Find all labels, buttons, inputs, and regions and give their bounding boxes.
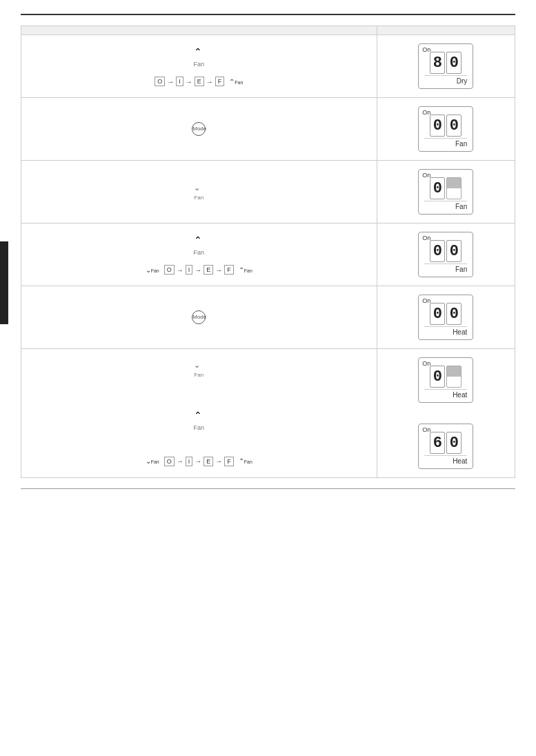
seq-item: F — [224, 457, 234, 466]
seq-item: F — [215, 77, 225, 86]
on-label: On — [422, 172, 430, 179]
digit-1: 0 — [430, 303, 445, 325]
digit-row: 8 0 — [424, 52, 467, 74]
mode-label-heat: Heat — [424, 389, 467, 399]
seq-arrow: → — [167, 78, 174, 86]
fan-up3-icon: ⌃Fan — [194, 410, 205, 432]
fan-icon-small: ⌃Fan — [229, 78, 243, 86]
table-row: ⌃Fan O → I → E → F ⌃Fan — [21, 35, 515, 98]
row4-left: ⌃Fan ⌄Fan O → I → E → F ⌃Fan — [21, 223, 377, 286]
side-tab — [0, 241, 8, 324]
on-label: On — [422, 360, 430, 367]
display-heat2: On 0 Heat — [418, 357, 473, 403]
row6-left: ⌄Fan ⌃Fan ⌄Fan O → I → E → — [21, 349, 377, 478]
seq-item: O — [155, 77, 165, 86]
row6-right: On 0 Heat On 6 0 Heat — [377, 349, 515, 478]
display-heat3: On 6 0 Heat — [418, 424, 473, 469]
seq-arrow: → — [195, 457, 201, 465]
fan-up2-icon: ⌃Fan — [194, 235, 205, 257]
fan-up-icon: ⌃Fan — [194, 46, 205, 68]
row3-right: On 0 Fan — [377, 161, 515, 223]
on-label: On — [422, 426, 430, 433]
seq-arrow: → — [186, 78, 192, 86]
table-row: ⌄Fan On 0 Fan — [21, 161, 515, 223]
seq-item: I — [186, 457, 193, 466]
digit-row: 0 0 — [424, 240, 467, 262]
row1-right: On 8 0 Dry — [377, 35, 515, 98]
table-row: ⌃Fan ⌄Fan O → I → E → F ⌃Fan — [21, 223, 515, 286]
table-row: ⌄Fan ⌃Fan ⌄Fan O → I → E → — [21, 349, 515, 478]
digit-1: 6 — [430, 432, 445, 454]
digit-row: 6 0 — [424, 432, 467, 454]
seq-arrow: → — [206, 78, 213, 86]
mode-label-fan: Fan — [424, 201, 467, 210]
digit-2: 0 — [446, 115, 461, 137]
row3-left: ⌄Fan — [21, 161, 377, 223]
mode-label-dry: Dry — [424, 75, 467, 85]
sequence-row6: ⌄Fan O → I → E → F ⌃Fan — [146, 457, 252, 466]
bottom-divider — [21, 488, 515, 489]
seq-arrow: → — [215, 457, 222, 465]
fan-down2-icon-row: ⌄Fan — [194, 361, 204, 378]
top-divider — [21, 14, 515, 15]
main-table: ⌃Fan O → I → E → F ⌃Fan — [21, 26, 515, 478]
seq-item: E — [204, 457, 213, 466]
seq-arrow: → — [215, 266, 222, 274]
table-row: Mode On 0 0 Fan — [21, 98, 515, 161]
sequence-row4: ⌄Fan O → I → E → F ⌃Fan — [146, 265, 252, 275]
row2-right: On 0 0 Fan — [377, 98, 515, 161]
fan-down-icon-row: ⌄Fan — [194, 183, 204, 201]
seq-item: F — [224, 265, 234, 275]
digit-1: 0 — [430, 240, 445, 262]
digit-2-half — [446, 177, 461, 199]
mode-icon: Mode — [192, 122, 206, 136]
fan-icon-small3: ⌃Fan — [239, 457, 252, 465]
on-label: On — [422, 46, 430, 53]
seq-item: I — [186, 265, 193, 275]
display-fan3: On 0 0 Fan — [418, 232, 473, 277]
row1-left: ⌃Fan O → I → E → F ⌃Fan — [21, 35, 377, 98]
fan-up3-icon-row: ⌃Fan — [194, 410, 205, 432]
display-dry: On 8 0 Dry — [418, 43, 473, 89]
sequence-row1: O → I → E → F ⌃Fan — [155, 77, 243, 86]
mode-icon-row: Mode — [192, 122, 206, 136]
digit-2: 0 — [446, 432, 461, 454]
digit-2: 0 — [446, 303, 461, 325]
seq-arrow: → — [177, 457, 183, 465]
digit-2-half2 — [446, 366, 461, 388]
fan-icon-small2: ⌃Fan — [239, 266, 252, 274]
seq-item: E — [195, 77, 204, 86]
table-row: Mode On 0 0 Heat — [21, 286, 515, 349]
digit-1: 0 — [430, 177, 445, 199]
row5-left: Mode — [21, 286, 377, 349]
digit-2: 0 — [446, 240, 461, 262]
fan-down-seq2-icon: ⌄Fan — [146, 457, 159, 465]
col2-header — [377, 26, 515, 35]
seq-arrow: → — [195, 266, 201, 274]
seq-arrow: → — [177, 266, 183, 274]
display-heat1: On 0 0 Heat — [418, 295, 473, 340]
digit-row: 0 — [424, 366, 467, 388]
seq-item: I — [176, 77, 183, 86]
fan-down-seq-icon: ⌄Fan — [146, 266, 159, 274]
mode-label-fan: Fan — [424, 263, 467, 273]
mode-label-heat: Heat — [424, 455, 467, 465]
fan-down-icon: ⌄Fan — [194, 183, 204, 201]
on-label: On — [422, 109, 430, 116]
digit-row: 0 0 — [424, 115, 467, 137]
col1-header — [21, 26, 377, 35]
on-label: On — [422, 297, 430, 304]
row4-right: On 0 0 Fan — [377, 223, 515, 286]
mode-label-fan: Fan — [424, 138, 467, 148]
row5-right: On 0 0 Heat — [377, 286, 515, 349]
digit-1: 0 — [430, 366, 445, 388]
row2-left: Mode — [21, 98, 377, 161]
fan-up-icon-row: ⌃Fan — [194, 46, 205, 68]
digit-row: 0 0 — [424, 303, 467, 325]
fan-down2-icon: ⌄Fan — [194, 361, 204, 378]
fan-up2-icon-row: ⌃Fan — [194, 235, 205, 257]
mode2-icon: Mode — [192, 310, 206, 324]
digit-row: 0 — [424, 177, 467, 199]
mode2-icon-row: Mode — [192, 310, 206, 324]
seq-item: O — [164, 265, 175, 275]
